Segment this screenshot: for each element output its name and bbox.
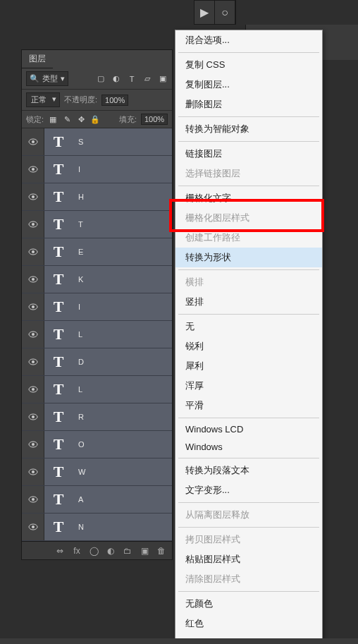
bottom-scrollbar[interactable] — [0, 638, 358, 644]
menu-convert-smart[interactable]: 转换为智能对象 — [175, 119, 322, 139]
visibility-toggle[interactable] — [22, 376, 44, 403]
layer-row[interactable]: TR — [22, 403, 172, 431]
layer-row[interactable]: TL — [22, 321, 172, 348]
menu-color-red[interactable]: 红色 — [175, 614, 322, 633]
layer-name[interactable]: D — [73, 358, 84, 366]
layer-name[interactable]: S — [73, 138, 83, 146]
filter-pixel-icon[interactable]: ▢ — [96, 74, 106, 84]
layer-name[interactable]: I — [73, 165, 80, 174]
visibility-toggle[interactable] — [22, 348, 44, 375]
layer-row[interactable]: TS — [22, 128, 172, 156]
lock-transparency-icon[interactable]: ▦ — [48, 114, 58, 124]
link-icon[interactable]: ⇔ — [55, 546, 65, 556]
layers-tab[interactable]: 图层 — [22, 50, 53, 68]
mask-icon[interactable]: ◯ — [89, 546, 99, 556]
eye-icon — [28, 496, 38, 503]
fill-input[interactable]: 100% — [141, 114, 168, 125]
layer-row[interactable]: TI — [22, 156, 172, 183]
menu-windows-lcd[interactable]: Windows LCD — [175, 420, 322, 438]
layer-name[interactable]: E — [73, 248, 83, 256]
menu-link[interactable]: 链接图层 — [175, 144, 322, 164]
layer-name[interactable]: I — [73, 303, 80, 311]
layer-row[interactable]: TK — [22, 266, 172, 293]
menu-copy-css[interactable]: 复制 CSS — [175, 55, 322, 75]
menu-delete[interactable]: 删除图层 — [175, 95, 322, 114]
filter-adjust-icon[interactable]: ◐ — [111, 74, 121, 84]
visibility-toggle[interactable] — [22, 293, 44, 320]
menu-aa-smooth[interactable]: 平滑 — [175, 396, 322, 415]
menu-duplicate[interactable]: 复制图层... — [175, 75, 322, 95]
visibility-toggle[interactable] — [22, 238, 44, 265]
trash-icon[interactable]: 🗑 — [156, 546, 166, 556]
layer-thumbnail: T — [44, 238, 73, 265]
layer-name[interactable]: R — [73, 413, 84, 421]
layer-name[interactable]: L — [73, 330, 82, 339]
new-layer-icon[interactable]: ▣ — [140, 546, 149, 556]
layer-name[interactable]: O — [73, 440, 85, 449]
visibility-toggle[interactable] — [22, 128, 44, 155]
layer-name[interactable]: L — [73, 385, 82, 394]
layer-name[interactable]: W — [73, 468, 85, 476]
layer-name[interactable]: H — [73, 193, 84, 201]
lock-all-icon[interactable]: 🔒 — [90, 114, 100, 124]
adjustment-icon[interactable]: ◐ — [106, 546, 116, 556]
visibility-toggle[interactable] — [22, 403, 44, 430]
layer-name[interactable]: K — [73, 275, 83, 284]
menu-convert-paragraph[interactable]: 转换为段落文本 — [175, 461, 322, 480]
visibility-toggle[interactable] — [22, 183, 44, 210]
layer-row[interactable]: TE — [22, 238, 172, 266]
svg-point-1 — [32, 140, 35, 143]
fx-icon[interactable]: fx — [72, 546, 82, 556]
menu-blend-options[interactable]: 混合选项... — [175, 30, 322, 50]
visibility-toggle[interactable] — [22, 486, 44, 513]
menu-windows[interactable]: Windows — [175, 438, 322, 456]
eye-icon — [28, 248, 38, 255]
menu-paste-style[interactable]: 粘贴图层样式 — [175, 549, 322, 569]
menu-convert-shape[interactable]: 转换为形状 — [175, 248, 322, 267]
lock-paint-icon[interactable]: ✎ — [62, 114, 72, 124]
filter-shape-icon[interactable]: ▱ — [142, 74, 152, 84]
layer-row[interactable]: TA — [22, 486, 172, 514]
menu-vertical[interactable]: 竖排 — [175, 292, 322, 312]
folder-icon[interactable]: 🗀 — [123, 546, 132, 556]
filter-smart-icon[interactable]: ▣ — [158, 74, 168, 84]
layer-row[interactable]: TW — [22, 458, 172, 486]
menu-aa-strong[interactable]: 浑厚 — [175, 376, 322, 396]
menu-rasterize-type[interactable]: 栅格化文字 — [175, 188, 322, 208]
layer-row[interactable]: TI — [22, 293, 172, 321]
visibility-toggle[interactable] — [22, 266, 44, 293]
layer-row[interactable]: TO — [22, 431, 172, 458]
visibility-toggle[interactable] — [22, 458, 44, 485]
play-tool[interactable]: ▶ — [195, 1, 215, 24]
lasso-tool[interactable]: ○ — [215, 1, 235, 24]
visibility-toggle[interactable] — [22, 431, 44, 458]
menu-aa-crisp[interactable]: 犀利 — [175, 356, 322, 376]
visibility-toggle[interactable] — [22, 514, 44, 540]
svg-point-19 — [32, 388, 35, 391]
type-layer-icon: T — [54, 133, 64, 151]
layer-row[interactable]: TT — [22, 211, 172, 238]
opacity-input[interactable]: 100% — [101, 95, 128, 106]
visibility-toggle[interactable] — [22, 211, 44, 238]
layer-row[interactable]: TL — [22, 376, 172, 403]
menu-warp-text[interactable]: 文字变形... — [175, 480, 322, 500]
type-layer-icon: T — [54, 435, 64, 454]
blend-mode-select[interactable]: 正常 ▾ — [26, 92, 60, 107]
menu-aa-sharp[interactable]: 锐利 — [175, 336, 322, 356]
visibility-toggle[interactable] — [22, 321, 44, 348]
lock-position-icon[interactable]: ✥ — [76, 114, 86, 124]
layer-name[interactable]: T — [73, 220, 83, 229]
layer-name[interactable]: A — [73, 495, 83, 504]
svg-point-13 — [32, 305, 35, 308]
layer-row[interactable]: TN — [22, 514, 172, 541]
layers-footer: ⇔ fx ◯ ◐ 🗀 ▣ 🗑 — [22, 541, 172, 559]
menu-aa-none[interactable]: 无 — [175, 317, 322, 336]
filter-type-dropdown[interactable]: 🔍 类型 ▾ — [26, 71, 68, 86]
filter-type-icon[interactable]: T — [127, 74, 137, 84]
eye-icon — [28, 358, 38, 365]
menu-color-none[interactable]: 无颜色 — [175, 594, 322, 614]
visibility-toggle[interactable] — [22, 156, 44, 183]
layer-row[interactable]: TD — [22, 348, 172, 376]
layer-name[interactable]: N — [73, 523, 84, 531]
layer-row[interactable]: TH — [22, 183, 172, 211]
